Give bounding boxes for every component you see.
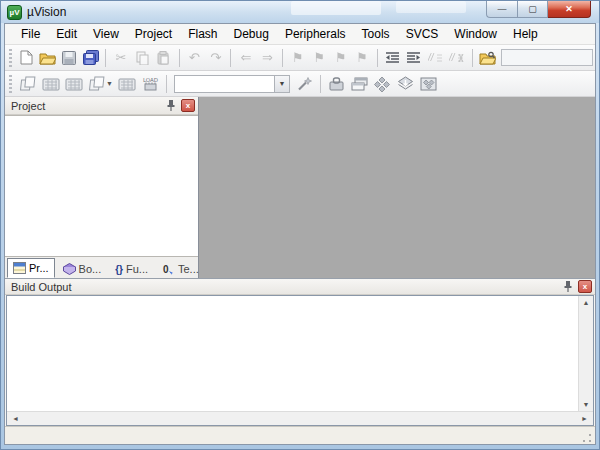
save-all-icon[interactable] — [80, 47, 101, 69]
svg-text://: // — [449, 52, 456, 63]
undo-icon[interactable]: ↶ — [184, 47, 205, 69]
minimize-button[interactable]: — — [486, 1, 517, 18]
indent-increase-icon[interactable] — [403, 47, 424, 69]
pin-icon[interactable] — [164, 99, 178, 113]
paste-icon[interactable] — [153, 47, 174, 69]
window-title: µVision — [27, 5, 66, 19]
titlebar-glass-reflection — [291, 1, 381, 15]
tab-project-label: Pr... — [29, 262, 49, 274]
indent-decrease-icon[interactable] — [382, 47, 403, 69]
project-panel-title: Project — [11, 100, 164, 112]
menu-svcs[interactable]: SVCS — [398, 25, 447, 43]
file-extensions-icon[interactable] — [348, 73, 371, 95]
menu-flash[interactable]: Flash — [180, 25, 225, 43]
open-file-icon[interactable] — [37, 47, 58, 69]
project-panel-header: Project x — [5, 97, 198, 115]
pack-installer-icon[interactable] — [394, 73, 417, 95]
toolbar1-grip[interactable] — [8, 49, 13, 67]
status-bar — [5, 426, 595, 444]
project-panel-close-icon[interactable]: x — [181, 99, 195, 112]
menu-window[interactable]: Window — [446, 25, 505, 43]
menu-file[interactable]: File — [13, 25, 48, 43]
bookmark-next-icon[interactable]: ⚑ — [330, 47, 351, 69]
resize-grip[interactable] — [581, 432, 593, 444]
horizontal-scrollbar[interactable]: ◄ ► — [7, 411, 593, 425]
translate-icon[interactable] — [16, 73, 39, 95]
build-output-title: Build Output — [11, 281, 561, 293]
download-icon[interactable]: LOAD — [139, 73, 162, 95]
cut-icon[interactable]: ✂ — [110, 47, 131, 69]
project-tree[interactable] — [5, 115, 198, 257]
bookmark-toggle-icon[interactable]: ⚑ — [287, 47, 308, 69]
bookmark-previous-icon[interactable]: ⚑ — [309, 47, 330, 69]
search-input[interactable] — [501, 49, 593, 66]
toolbar-separator — [105, 49, 106, 67]
redo-icon[interactable]: ↷ — [205, 47, 226, 69]
main-area: Project x Pr...Bo...{}Fu...0Te... — [5, 97, 595, 278]
scroll-down-icon[interactable]: ▼ — [580, 398, 593, 411]
batch-build-icon[interactable] — [85, 73, 108, 95]
toolbar2-grip[interactable] — [8, 75, 13, 93]
toolbar-separator — [320, 75, 321, 93]
title-bar[interactable]: µV µVision — ▢ ✕ — [1, 1, 599, 23]
maximize-button[interactable]: ▢ — [517, 1, 548, 18]
menu-peripherals[interactable]: Peripherals — [277, 25, 354, 43]
client-area: FileEditViewProjectFlashDebugPeripherals… — [4, 23, 596, 445]
comment-icon[interactable]: // — [425, 47, 446, 69]
chevron-down-icon[interactable]: ▼ — [274, 76, 289, 92]
manage-rte-icon[interactable] — [417, 73, 440, 95]
build-icon[interactable] — [39, 73, 62, 95]
toolbar-separator — [166, 75, 167, 93]
batch-setup-icon[interactable] — [116, 73, 139, 95]
menu-view[interactable]: View — [85, 25, 127, 43]
menu-debug[interactable]: Debug — [226, 25, 277, 43]
vertical-scrollbar[interactable]: ▲ ▼ — [578, 296, 593, 411]
find-in-files-icon[interactable] — [476, 47, 497, 69]
svg-text:0: 0 — [163, 264, 169, 275]
build-output-header: Build Output x — [5, 278, 595, 295]
rebuild-icon[interactable] — [62, 73, 85, 95]
titlebar-glass-reflection — [396, 1, 466, 13]
scroll-right-icon[interactable]: ► — [578, 412, 591, 425]
options-for-target-icon[interactable] — [293, 73, 316, 95]
copy-icon[interactable] — [132, 47, 153, 69]
menu-project[interactable]: Project — [127, 25, 180, 43]
svg-text:LOAD: LOAD — [143, 77, 158, 83]
scroll-up-icon[interactable]: ▲ — [580, 296, 593, 309]
navigate-forward-icon[interactable]: ⇒ — [257, 47, 278, 69]
target-select[interactable]: ▼ — [174, 75, 290, 93]
toolbar-separator — [377, 49, 378, 67]
bookmark-clear-icon[interactable]: ⚑ — [351, 47, 372, 69]
scroll-left-icon[interactable]: ◄ — [9, 412, 22, 425]
menu-tools[interactable]: Tools — [354, 25, 398, 43]
build-output-text[interactable] — [7, 296, 578, 411]
build-output-close-icon[interactable]: x — [578, 280, 592, 293]
save-icon[interactable] — [59, 47, 80, 69]
tab-templates[interactable]: 0Te... — [156, 259, 205, 278]
tab-project[interactable]: Pr... — [7, 258, 55, 278]
document-area — [199, 97, 595, 278]
tab-books[interactable]: Bo... — [57, 259, 108, 278]
toolbar-separator — [179, 49, 180, 67]
file-toolbar: ✂↶↷⇐⇒⚑⚑⚑⚑//// — [5, 45, 595, 71]
manage-project-items-icon[interactable] — [325, 73, 348, 95]
new-file-icon[interactable] — [16, 47, 37, 69]
templates-tab-icon: 0 — [162, 263, 175, 275]
pin-icon[interactable] — [561, 280, 575, 294]
navigate-back-icon[interactable]: ⇐ — [235, 47, 256, 69]
select-software-packs-icon[interactable] — [371, 73, 394, 95]
tab-templates-label: Te... — [178, 263, 199, 275]
build-toolbar: ▼LOAD▼ — [5, 71, 595, 97]
tab-books-label: Bo... — [79, 263, 102, 275]
close-button[interactable]: ✕ — [548, 1, 591, 18]
uncomment-icon[interactable]: // — [446, 47, 467, 69]
project-panel: Project x Pr...Bo...{}Fu...0Te... — [5, 97, 199, 278]
menu-help[interactable]: Help — [505, 25, 546, 43]
menu-edit[interactable]: Edit — [48, 25, 85, 43]
menu-bar: FileEditViewProjectFlashDebugPeripherals… — [5, 24, 595, 45]
uvision-logo-icon: µV — [7, 5, 22, 20]
project-tab-icon — [13, 262, 26, 274]
toolbar-separator — [230, 49, 231, 67]
tab-functions[interactable]: {}Fu... — [109, 259, 154, 278]
toolbar-separator — [472, 49, 473, 67]
